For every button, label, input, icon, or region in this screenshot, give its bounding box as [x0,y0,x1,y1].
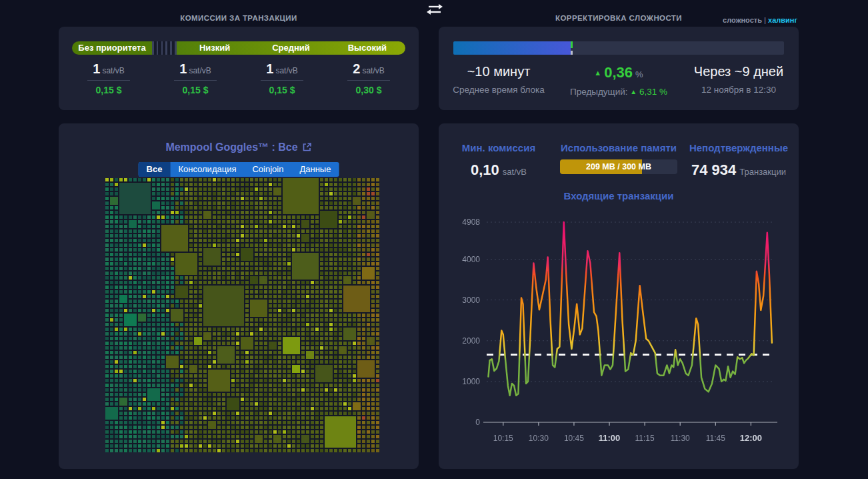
fee-column-medium: 1sat/vB 0,15 $ [239,61,325,95]
difficulty-adjustment-card: ~10 минут Среднее время блока ▲0,36% Пре… [439,27,799,110]
memory-usage-bar: 209 MB / 300 MB [560,159,677,174]
unconfirmed-label: Неподтвержденные [679,142,799,153]
fee-tier-bar: Низкий Средний Высокий [177,41,405,55]
tab-coinjoin[interactable]: Coinjoin [244,162,291,177]
goggles-tabs: Все Консолидация Coinjoin Данные [139,162,339,177]
divider [347,80,390,81]
memory-usage-stat: Использование памяти 209 MB / 300 MB [559,142,679,179]
fee-price: 0,15 $ [65,85,152,95]
fee-price: 0,30 $ [325,85,412,95]
fee-tier-high: Высокий [329,41,405,55]
fee-price: 0,15 $ [152,85,239,95]
fee-priority-pill: Без приоритета Низкий Средний Высокий [72,41,405,55]
mempool-treemap[interactable] [105,178,379,452]
difficulty-change-value: 0,36 [604,64,633,81]
fee-unit: sat/vB [189,66,211,75]
min-fee-label: Мин. комиссия [439,142,559,153]
fee-tier-no-priority: Без приоритета [72,41,152,55]
previous-change-label: Предыдущий: [570,87,628,97]
fees-panel-title: КОМИССИИ ЗА ТРАНЗАКЦИИ [59,14,419,22]
memory-usage-text: 209 MB / 300 MB [560,159,677,174]
mempool-stats-card: Мин. комиссия 0,10sat/vB Использование п… [439,123,799,469]
avg-block-time: ~10 минут Среднее время блока [439,64,559,97]
incoming-transactions-title: Входящие транзакции [439,190,799,201]
fee-rate: 1 [179,61,187,76]
fee-column-low: 1sat/vB 0,15 $ [152,61,239,95]
min-fee-unit: sat/vB [503,167,527,177]
incoming-transactions-chart [440,210,795,452]
retarget-date: 12 ноября в 12:30 [679,85,799,95]
tab-data[interactable]: Данные [291,162,339,177]
fee-unit: sat/vB [275,66,297,75]
retarget-value: Через ~9 дней [679,64,799,79]
difficulty-change-unit: % [635,69,643,79]
unconfirmed-unit: Транзакции [739,167,786,177]
fee-tier-medium: Средний [253,41,329,55]
fee-tier-low: Низкий [177,41,253,55]
fee-column-high: 2sat/vB 0,30 $ [325,61,412,95]
fee-price: 0,15 $ [239,85,325,95]
previous-change-value: 6,31 % [639,87,667,97]
divider [174,80,217,81]
fee-unit: sat/vB [102,66,124,75]
fee-column-no-priority: 1sat/vB 0,15 $ [65,61,152,95]
fee-pill-stripes [152,41,177,55]
arrow-up-icon: ▲ [630,88,637,95]
fee-rate: 1 [266,61,273,76]
difficulty-stats-row: ~10 минут Среднее время блока ▲0,36% Пре… [439,64,799,97]
fee-unit: sat/vB [362,66,384,75]
memory-usage-label: Использование памяти [559,142,679,153]
goggles-title-link[interactable]: Mempool Goggles™ : Все [59,141,419,153]
difficulty-mode-links: сложность|халвинг [439,16,797,24]
tab-all[interactable]: Все [139,162,171,177]
halving-link[interactable]: халвинг [768,16,797,24]
fee-values-row: 1sat/vB 0,15 $ 1sat/vB 0,15 $ 1sat/vB 0,… [65,61,412,95]
unconfirmed-value: 74 934 [691,161,736,178]
external-link-icon[interactable] [302,142,312,152]
fee-rate: 2 [353,61,360,76]
difficulty-progress-fill [453,41,571,55]
min-fee-value: 0,10 [471,161,499,178]
unconfirmed-stat: Неподтвержденные 74 934Транзакции [679,142,799,179]
current-block-tick [571,41,573,48]
expected-block-marker [571,51,573,55]
tab-consolidation[interactable]: Консолидация [170,162,244,177]
fee-rate: 1 [93,61,100,76]
divider [261,80,303,81]
avg-block-time-value: ~10 минут [439,64,559,79]
retarget-estimate: Через ~9 дней 12 ноября в 12:30 [679,64,799,97]
arrow-up-icon: ▲ [594,69,601,77]
avg-block-time-label: Среднее время блока [439,85,559,95]
difficulty-link[interactable]: сложность [723,16,762,24]
mempool-stats-row: Мин. комиссия 0,10sat/vB Использование п… [439,142,799,179]
transaction-fees-card: Без приоритета Низкий Средний Высокий 1s… [59,27,419,110]
min-fee-stat: Мин. комиссия 0,10sat/vB [439,142,559,179]
link-separator: | [764,16,766,24]
difficulty-progress-track [453,41,784,55]
goggles-title: Mempool Goggles™ : Все [165,141,297,153]
mempool-goggles-card: Mempool Goggles™ : Все Все Консолидация … [59,123,419,469]
divider [87,80,130,81]
difficulty-change: ▲0,36% Предыдущий: ▲ 6,31 % [559,64,679,97]
